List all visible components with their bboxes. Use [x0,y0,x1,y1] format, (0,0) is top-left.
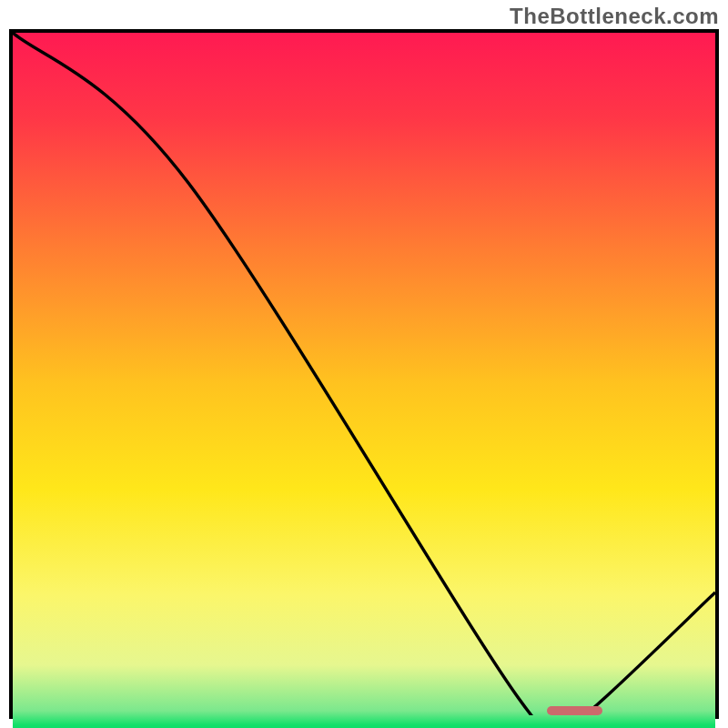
plot-inner [13,33,715,715]
chart-frame: TheBottleneck.com [0,0,728,728]
plot-area [9,29,719,719]
bottleneck-curve [13,33,715,715]
optimal-range-marker [547,706,603,715]
watermark-text: TheBottleneck.com [510,4,719,29]
curve-layer [13,33,715,715]
